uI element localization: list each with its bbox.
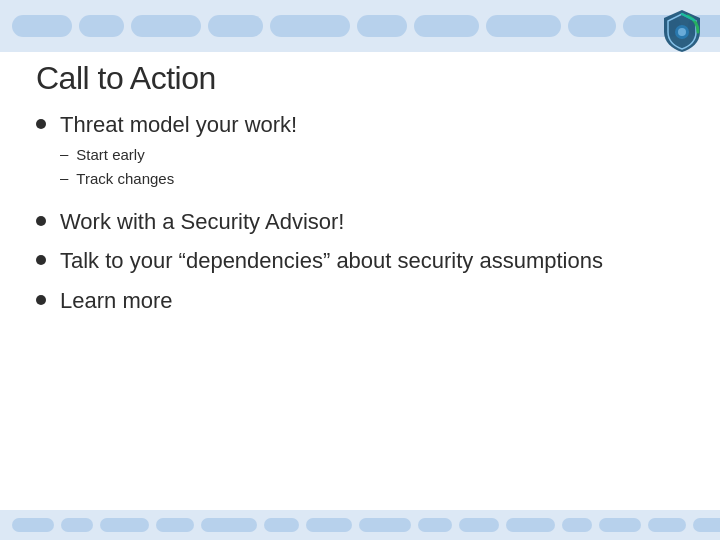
- content-area: Threat model your work!–Start early–Trac…: [36, 110, 684, 326]
- page-title: Call to Action: [36, 60, 216, 97]
- bottom-decorative-band: [0, 510, 720, 540]
- decorative-pill: [693, 518, 720, 532]
- bullet-text: Talk to your “dependencies” about securi…: [60, 248, 603, 273]
- sub-item: –Track changes: [60, 168, 297, 191]
- bullet-text: Threat model your work!: [60, 112, 297, 137]
- bullet-item: Threat model your work!–Start early–Trac…: [36, 110, 684, 197]
- bullet-content: Work with a Security Advisor!: [60, 207, 344, 237]
- decorative-pill: [12, 518, 54, 532]
- main-bullet-list: Threat model your work!–Start early–Trac…: [36, 110, 684, 316]
- top-pills-container: [0, 0, 720, 52]
- bullet-content: Threat model your work!–Start early–Trac…: [60, 110, 297, 197]
- decorative-pill: [562, 518, 591, 532]
- decorative-pill: [486, 15, 561, 37]
- sub-dash: –: [60, 169, 68, 186]
- decorative-pill: [208, 15, 263, 37]
- decorative-pill: [568, 15, 616, 37]
- bullet-item: Work with a Security Advisor!: [36, 207, 684, 237]
- sub-item: –Start early: [60, 144, 297, 167]
- decorative-pill: [79, 15, 124, 37]
- sub-text: Track changes: [76, 168, 174, 191]
- bullet-dot: [36, 119, 46, 129]
- decorative-pill: [156, 518, 195, 532]
- decorative-pill: [100, 518, 149, 532]
- bottom-pills-container: [0, 510, 720, 540]
- top-decorative-band: [0, 0, 720, 52]
- decorative-pill: [506, 518, 555, 532]
- bullet-item: Talk to your “dependencies” about securi…: [36, 246, 684, 276]
- sub-text: Start early: [76, 144, 144, 167]
- bullet-text: Work with a Security Advisor!: [60, 209, 344, 234]
- bullet-item: Learn more: [36, 286, 684, 316]
- bullet-dot: [36, 255, 46, 265]
- bullet-dot: [36, 295, 46, 305]
- sub-bullet-list: –Start early–Track changes: [60, 144, 297, 191]
- svg-point-1: [678, 28, 686, 36]
- decorative-pill: [264, 518, 299, 532]
- decorative-pill: [131, 15, 201, 37]
- bullet-text: Learn more: [60, 288, 173, 313]
- decorative-pill: [459, 518, 500, 532]
- decorative-pill: [306, 518, 352, 532]
- decorative-pill: [61, 518, 93, 532]
- decorative-pill: [414, 15, 479, 37]
- decorative-pill: [599, 518, 641, 532]
- decorative-pill: [12, 15, 72, 37]
- decorative-pill: [648, 518, 687, 532]
- decorative-pill: [418, 518, 452, 532]
- decorative-pill: [201, 518, 257, 532]
- bullet-content: Learn more: [60, 286, 173, 316]
- decorative-pill: [270, 15, 350, 37]
- sub-dash: –: [60, 145, 68, 162]
- bullet-dot: [36, 216, 46, 226]
- bullet-content: Talk to your “dependencies” about securi…: [60, 246, 603, 276]
- decorative-pill: [357, 15, 407, 37]
- decorative-pill: [359, 518, 412, 532]
- shield-icon: [658, 6, 706, 54]
